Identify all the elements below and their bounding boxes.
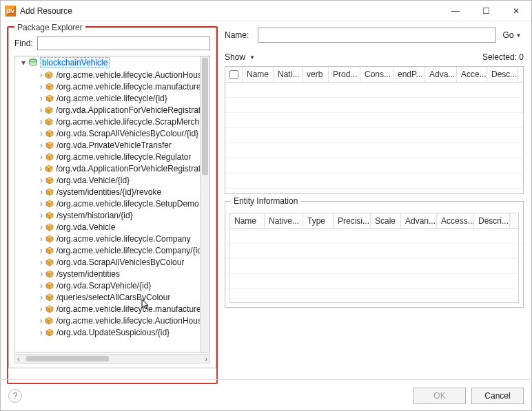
tree-item[interactable]: /system/identities/{id}/revoke <box>15 186 200 198</box>
tree-item[interactable]: /org.acme.vehicle.lifecycle.AuctionHouse <box>15 315 200 326</box>
column-header[interactable]: Scale <box>371 213 401 228</box>
chevron-right-icon[interactable] <box>37 152 45 162</box>
chevron-right-icon[interactable] <box>37 281 45 291</box>
column-header[interactable]: Type <box>303 213 334 228</box>
column-header[interactable]: verb <box>303 67 329 82</box>
tree-item[interactable]: /org.vda.ScrapAllVehiclesByColour/{id} <box>15 127 200 139</box>
tree-item[interactable]: /org.acme.vehicle.lifecycle/{id} <box>15 92 200 104</box>
tree-item[interactable]: /org.vda.ApplicationForVehicleRegistrati… <box>15 162 200 174</box>
entity-table-body[interactable] <box>229 229 519 303</box>
database-icon <box>28 59 38 67</box>
tree-item-label: /org.vda.ApplicationForVehicleRegistrati… <box>56 105 200 115</box>
column-header[interactable]: Name <box>230 213 265 228</box>
find-label: Find: <box>14 39 33 48</box>
column-header[interactable]: Access... <box>437 213 474 228</box>
tree-item[interactable]: /org.vda.UpdateSuspicious/{id} <box>15 326 200 338</box>
scrollbar-thumb[interactable] <box>26 356 109 361</box>
tree-item-label: /org.acme.vehicle.lifecycle/{id} <box>57 94 167 103</box>
results-table[interactable]: NameNati...verbProd...Cons...endP...Adva… <box>225 66 524 194</box>
tree-item[interactable]: /system/identities <box>15 268 200 280</box>
column-header[interactable]: Nati... <box>274 67 303 82</box>
tree-item[interactable]: /org.vda.ScrapAllVehiclesByColour <box>15 256 200 268</box>
tree-item[interactable]: /org.acme.vehicle.lifecycle.Company <box>15 233 200 244</box>
chevron-right-icon[interactable] <box>37 199 45 209</box>
tree-item[interactable]: /org.vda.ApplicationForVehicleRegistrati… <box>15 104 200 116</box>
package-tree[interactable]: blockchainVehicle /org.acme.vehicle.life… <box>14 56 210 352</box>
tree-item[interactable]: /org.acme.vehicle.lifecycle.manufacturer <box>15 303 200 315</box>
column-header[interactable]: Precisi... <box>334 213 371 228</box>
chevron-right-icon[interactable] <box>37 269 45 279</box>
go-label: Go <box>503 30 514 40</box>
column-header[interactable]: Cons... <box>360 67 393 82</box>
chevron-right-icon[interactable] <box>37 129 45 138</box>
tree-root[interactable]: blockchainVehicle <box>15 56 200 69</box>
chevron-right-icon[interactable] <box>37 293 45 302</box>
tree-root-label[interactable]: blockchainVehicle <box>40 57 110 68</box>
chevron-right-icon[interactable] <box>37 316 45 326</box>
show-menu-button[interactable]: Show ▼ <box>225 52 255 62</box>
column-header[interactable]: Descri... <box>474 213 510 228</box>
tree-item[interactable]: /org.acme.vehicle.lifecycle.manufacturer <box>15 81 200 92</box>
close-button[interactable]: ✕ <box>501 1 531 21</box>
tree-item[interactable]: /org.vda.Vehicle/{id} <box>15 174 200 186</box>
package-icon <box>45 200 54 208</box>
tree-item[interactable]: /org.acme.vehicle.lifecycle.ScrapMerchan… <box>15 116 200 127</box>
package-icon <box>45 258 54 266</box>
column-header[interactable]: Acce... <box>457 67 487 82</box>
column-header[interactable]: Name <box>243 67 274 82</box>
maximize-button[interactable]: ☐ <box>471 1 501 21</box>
tree-vertical-scrollbar[interactable] <box>200 56 209 352</box>
chevron-right-icon[interactable] <box>37 117 45 127</box>
chevron-right-icon[interactable] <box>37 234 45 244</box>
name-input[interactable] <box>258 28 496 43</box>
cancel-button[interactable]: Cancel <box>471 388 524 404</box>
chevron-right-icon[interactable] <box>37 70 45 80</box>
chevron-right-icon[interactable] <box>37 140 45 150</box>
tree-item[interactable]: /queries/selectAllCarsByColour <box>15 291 200 303</box>
chevron-right-icon[interactable] <box>37 328 45 337</box>
tree-item[interactable]: /org.acme.vehicle.lifecycle.Company/{id} <box>15 244 200 256</box>
package-explorer-legend: Package Explorer <box>14 23 85 32</box>
tree-item[interactable]: /org.vda.ScrapVehicle/{id} <box>15 280 200 291</box>
chevron-right-icon[interactable] <box>37 211 45 220</box>
tree-item-label: /org.acme.vehicle.lifecycle.ScrapMerchan… <box>56 117 200 127</box>
chevron-right-icon[interactable] <box>37 105 45 115</box>
chevron-right-icon[interactable] <box>37 257 45 267</box>
tree-item[interactable]: /org.acme.vehicle.lifecycle.Regulator <box>15 151 200 162</box>
tree-horizontal-scrollbar[interactable]: ‹ › <box>14 354 210 363</box>
column-header[interactable]: Native... <box>265 213 303 228</box>
chevron-right-icon[interactable] <box>37 164 45 173</box>
tree-item[interactable]: /system/historian/{id} <box>15 209 200 221</box>
tree-item[interactable]: /org.acme.vehicle.lifecycle.AuctionHouse <box>15 69 200 81</box>
tree-item[interactable]: /org.vda.Vehicle <box>15 221 200 233</box>
column-header[interactable]: Adva... <box>425 67 457 82</box>
ok-button[interactable]: OK <box>413 388 466 404</box>
package-icon <box>45 153 54 161</box>
help-icon[interactable]: ? <box>8 389 22 403</box>
chevron-right-icon[interactable] <box>37 176 45 185</box>
minimize-button[interactable]: — <box>440 1 471 21</box>
column-header[interactable]: Prod... <box>329 67 360 82</box>
chevron-right-icon[interactable] <box>37 246 45 255</box>
tree-item-label: /org.acme.vehicle.lifecycle.Company <box>57 234 191 244</box>
chevron-right-icon[interactable] <box>37 304 45 314</box>
app-icon: Dv <box>5 6 16 17</box>
tree-item-label: /org.acme.vehicle.lifecycle.Regulator <box>57 152 191 162</box>
column-header[interactable]: endP... <box>393 67 425 82</box>
tree-item-label: /system/historian/{id} <box>57 211 133 220</box>
column-header[interactable]: Desc... <box>487 67 518 82</box>
chevron-right-icon[interactable] <box>37 187 45 197</box>
find-input[interactable] <box>37 36 210 50</box>
scrollbar-thumb[interactable] <box>202 58 208 175</box>
go-button[interactable]: Go ▼ <box>500 28 524 43</box>
tree-item[interactable]: /org.vda.PrivateVehicleTransfer <box>15 139 200 151</box>
column-header[interactable]: Advan... <box>401 213 437 228</box>
tree-item[interactable]: /org.acme.vehicle.lifecycle.SetupDemo <box>15 198 200 209</box>
chevron-right-icon[interactable] <box>37 222 45 232</box>
chevron-right-icon[interactable] <box>37 82 45 92</box>
entity-information-legend: Entity Information <box>231 196 300 206</box>
chevron-right-icon[interactable] <box>37 94 45 103</box>
chevron-down-icon[interactable] <box>19 58 28 67</box>
select-all-checkbox[interactable] <box>225 67 243 82</box>
window-title: Add Resource <box>20 6 440 16</box>
